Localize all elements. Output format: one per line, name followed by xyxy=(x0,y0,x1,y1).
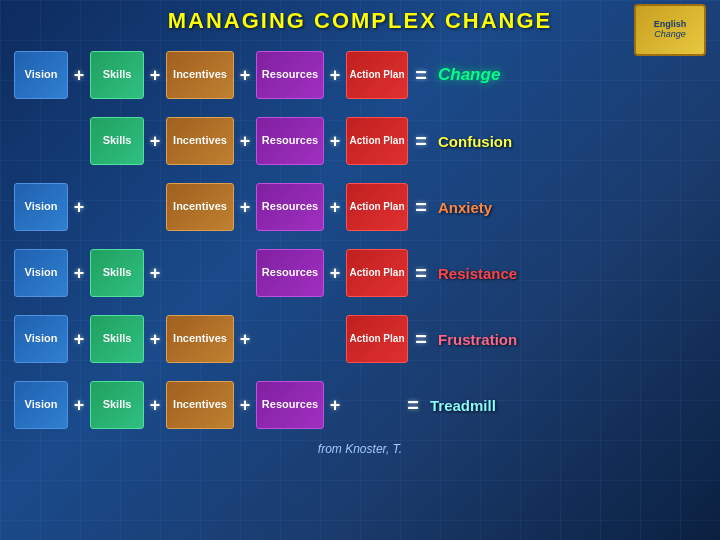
row-resistance: Vision + Skills + + Resources + Action P… xyxy=(14,242,706,304)
row-change: Vision + Skills + Incentives + Resources… xyxy=(14,44,706,106)
plus-20: + xyxy=(326,395,344,416)
rows-container: Vision + Skills + Incentives + Resources… xyxy=(14,44,706,436)
plus-2: + xyxy=(146,65,164,86)
plus-5: + xyxy=(146,131,164,152)
cell-vision-3: Vision xyxy=(14,183,68,231)
cell-resources-4: Resources xyxy=(256,249,324,297)
equals-2: = xyxy=(410,130,432,153)
cell-incentives-2: Incentives xyxy=(166,117,234,165)
cell-action-2: Action Plan xyxy=(346,117,408,165)
cell-skills-1: Skills xyxy=(90,51,144,99)
cell-action-3: Action Plan xyxy=(346,183,408,231)
plus-14: + xyxy=(70,329,88,350)
cell-vision-1: Vision xyxy=(14,51,68,99)
cell-incentives-1: Incentives xyxy=(166,51,234,99)
footer: from Knoster, T. xyxy=(14,442,706,456)
cell-skills-2: Skills xyxy=(90,117,144,165)
cell-resources-2: Resources xyxy=(256,117,324,165)
plus-3: + xyxy=(236,65,254,86)
result-anxiety: Anxiety xyxy=(438,199,492,216)
plus-17: + xyxy=(70,395,88,416)
cell-skills-5: Skills xyxy=(90,315,144,363)
header: MANAGING COMPLEX CHANGE English Change xyxy=(14,8,706,34)
result-confusion: Confusion xyxy=(438,133,512,150)
plus-10: + xyxy=(326,197,344,218)
plus-8: + xyxy=(70,197,88,218)
logo-box: English Change xyxy=(634,4,706,56)
row-anxiety: Vision + + Incentives + Resources + Acti… xyxy=(14,176,706,238)
equals-5: = xyxy=(410,328,432,351)
cell-vision-5: Vision xyxy=(14,315,68,363)
cell-resources-6: Resources xyxy=(256,381,324,429)
cell-action-4: Action Plan xyxy=(346,249,408,297)
cell-resources-1: Resources xyxy=(256,51,324,99)
cell-vision-4: Vision xyxy=(14,249,68,297)
result-treadmill: Treadmill xyxy=(430,397,496,414)
plus-18: + xyxy=(146,395,164,416)
plus-1: + xyxy=(70,65,88,86)
equals-1: = xyxy=(410,64,432,87)
empty-vision-2 xyxy=(14,117,68,165)
plus-7: + xyxy=(326,131,344,152)
empty-skills-3 xyxy=(90,183,144,231)
footer-text: from Knoster, T. xyxy=(318,442,402,456)
cell-action-1: Action Plan xyxy=(346,51,408,99)
row-confusion: + Skills + Incentives + Resources + Acti… xyxy=(14,110,706,172)
cell-incentives-3: Incentives xyxy=(166,183,234,231)
plus-19: + xyxy=(236,395,254,416)
cell-action-5: Action Plan xyxy=(346,315,408,363)
result-change: Change xyxy=(438,65,500,85)
plus-4: + xyxy=(326,65,344,86)
empty-resources-5 xyxy=(256,315,324,363)
equals-4: = xyxy=(410,262,432,285)
cell-skills-4: Skills xyxy=(90,249,144,297)
plus-11: + xyxy=(70,263,88,284)
plus-13: + xyxy=(326,263,344,284)
empty-action-6 xyxy=(346,381,400,429)
cell-incentives-5: Incentives xyxy=(166,315,234,363)
equals-6: = xyxy=(402,394,424,417)
empty-incentives-4 xyxy=(166,249,234,297)
cell-resources-3: Resources xyxy=(256,183,324,231)
plus-15: + xyxy=(146,329,164,350)
result-frustration: Frustration xyxy=(438,331,517,348)
equals-3: = xyxy=(410,196,432,219)
cell-vision-6: Vision xyxy=(14,381,68,429)
plus-9: + xyxy=(236,197,254,218)
row-frustration: Vision + Skills + Incentives + + Action … xyxy=(14,308,706,370)
plus-6: + xyxy=(236,131,254,152)
main-container: MANAGING COMPLEX CHANGE English Change V… xyxy=(0,0,720,540)
result-resistance: Resistance xyxy=(438,265,517,282)
row-treadmill: Vision + Skills + Incentives + Resources… xyxy=(14,374,706,436)
plus-16: + xyxy=(236,329,254,350)
plus-12: + xyxy=(146,263,164,284)
page-title: MANAGING COMPLEX CHANGE xyxy=(168,8,553,34)
logo-change: Change xyxy=(654,30,687,40)
cell-incentives-6: Incentives xyxy=(166,381,234,429)
cell-skills-6: Skills xyxy=(90,381,144,429)
